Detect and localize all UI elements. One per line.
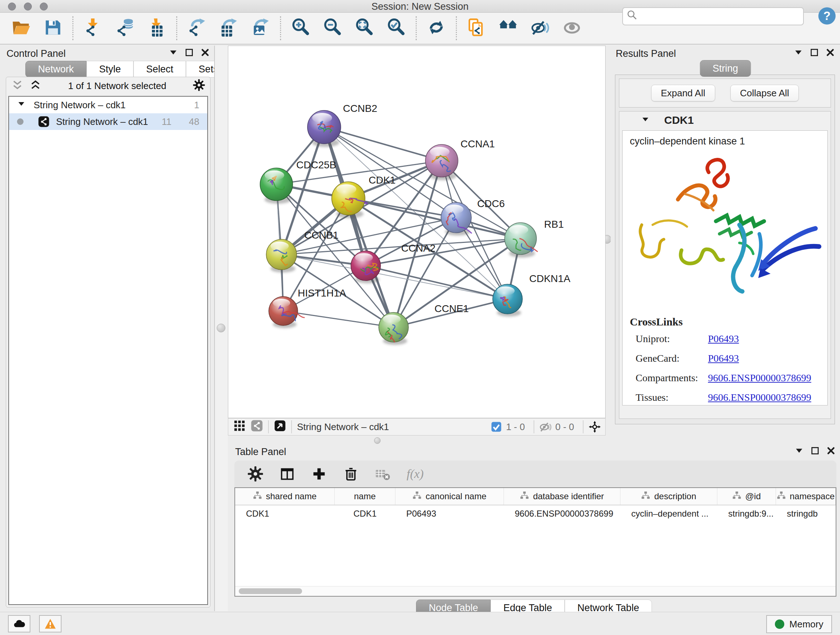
panel-dropdown-icon[interactable]: [794, 48, 803, 60]
column-header-canonical-name[interactable]: canonical name: [395, 488, 504, 505]
toolbar-button-import-network-file[interactable]: [83, 18, 103, 38]
tab-network[interactable]: Network: [25, 61, 87, 78]
help-button[interactable]: ?: [818, 6, 836, 25]
crosslink-label: Compartments:: [636, 372, 708, 384]
network-edge[interactable]: [366, 239, 521, 266]
crosslink-value-link[interactable]: P06493: [708, 333, 739, 345]
hidden-eye-icon[interactable]: [539, 421, 552, 433]
network-node-CCNA1[interactable]: [425, 144, 458, 177]
toolbar-button-import-table[interactable]: [147, 18, 167, 38]
network-node-CCNA2[interactable]: [351, 251, 381, 280]
birds-eye-view-icon[interactable]: [274, 420, 286, 434]
network-options-gear-icon[interactable]: [193, 79, 205, 93]
toolbar-button-zoom-fit[interactable]: [354, 18, 374, 38]
panel-close-icon[interactable]: [201, 48, 210, 60]
search-input[interactable]: [639, 11, 803, 22]
column-header-namespace[interactable]: namespace: [776, 488, 836, 505]
network-view-title: String Network – cdk1: [297, 421, 490, 432]
toolbar-button-refresh[interactable]: [426, 18, 447, 38]
tree-collapse-icon[interactable]: [17, 100, 26, 111]
toolbar-button-string-home[interactable]: [498, 18, 518, 38]
network-node-HIST1H1A[interactable]: [269, 296, 305, 325]
refresh-icon: [427, 18, 446, 38]
toolbar-button-show-results[interactable]: [562, 18, 582, 38]
left-splitter-grip[interactable]: [217, 324, 225, 333]
table-header-row: shared namenamecanonical namedatabase id…: [235, 488, 836, 505]
table-horizontal-scrollbar[interactable]: [235, 586, 836, 596]
crosslinks-heading: CrossLinks: [630, 316, 827, 328]
expand-all-networks-icon[interactable]: [29, 79, 42, 93]
network-node-CDC6[interactable]: [441, 203, 472, 233]
collapse-all-button[interactable]: Collapse All: [730, 85, 799, 101]
network-tree-root-row[interactable]: String Network – cdk1 1: [9, 97, 207, 113]
panel-close-icon[interactable]: [826, 446, 836, 458]
bottom-splitter-grip[interactable]: [374, 437, 381, 444]
crosslink-value-link[interactable]: P06493: [708, 353, 739, 364]
panel-float-icon[interactable]: [185, 48, 194, 60]
toolbar-button-string-import[interactable]: [466, 18, 486, 38]
network-graph[interactable]: CCNB2CCNA1CDC25BCDK1CDC6RB1CCNB1CCNA2CDK…: [228, 46, 605, 418]
toolbar-button-import-network-database[interactable]: [115, 18, 135, 38]
network-edge[interactable]: [283, 311, 393, 327]
panel-float-icon[interactable]: [810, 446, 820, 458]
crosslink-row: Compartments: 9606.ENSP00000378699: [636, 372, 827, 384]
expand-all-button[interactable]: Expand All: [651, 85, 715, 101]
panel-dropdown-icon[interactable]: [794, 446, 804, 458]
table-toolbar: f(x): [234, 461, 836, 487]
memory-button[interactable]: Memory: [766, 615, 832, 633]
network-node-CDK1[interactable]: [332, 182, 367, 215]
network-node-RB1[interactable]: [505, 223, 538, 255]
export-image-icon: [251, 18, 270, 38]
hidden-node-edge-counts: 0 - 0: [555, 421, 574, 432]
column-header-description[interactable]: description: [621, 488, 717, 505]
toolbar-button-export-image[interactable]: [250, 18, 271, 38]
table-gear-icon[interactable]: [248, 466, 264, 482]
scrollbar-thumb[interactable]: [239, 588, 302, 594]
grid-view-icon[interactable]: [233, 420, 246, 434]
toolbar-button-save-session[interactable]: [43, 18, 63, 38]
network-canvas[interactable]: CCNB2CCNA1CDC25BCDK1CDC6RB1CCNB1CCNA2CDK…: [228, 46, 606, 418]
node-table[interactable]: shared namenamecanonical namedatabase id…: [234, 487, 836, 597]
selected-checkbox-icon[interactable]: [490, 421, 502, 433]
toolbar-button-zoom-in[interactable]: [291, 18, 311, 38]
delete-column-icon[interactable]: [343, 466, 359, 482]
warnings-button[interactable]: [39, 615, 62, 632]
column-namespace-icon: [253, 491, 262, 502]
tab-select[interactable]: Select: [134, 61, 186, 78]
column-header-shared-name[interactable]: shared name: [235, 488, 335, 505]
add-column-icon[interactable]: [311, 466, 327, 482]
cloud-status-button[interactable]: [8, 615, 30, 632]
toolbar-button-export-table[interactable]: [218, 18, 239, 38]
show-columns-icon[interactable]: [279, 466, 295, 482]
network-tree-child-row[interactable]: String Network – cdk1 11 48: [9, 113, 207, 130]
network-node-CCNE1[interactable]: [379, 312, 409, 342]
control-panel-title: Control Panel: [6, 48, 66, 59]
toolbar-button-zoom-selected[interactable]: [386, 18, 406, 38]
table-row[interactable]: CDK1CDK1P064939606.ENSP00000378699cyclin…: [235, 505, 836, 522]
panel-close-icon[interactable]: [826, 48, 835, 60]
network-node-CCNB1[interactable]: [266, 239, 297, 270]
network-node-CDC25B[interactable]: [260, 168, 293, 201]
panel-dropdown-icon[interactable]: [169, 48, 178, 60]
toolbar-button-hide-results[interactable]: [530, 18, 550, 38]
network-node-CCNB2[interactable]: [308, 111, 341, 144]
column-header--id[interactable]: @id: [717, 488, 776, 505]
panel-float-icon[interactable]: [810, 48, 819, 60]
gene-collapse-icon[interactable]: [641, 115, 650, 125]
toolbar-button-export-network[interactable]: [187, 18, 207, 38]
column-namespace-icon: [641, 491, 651, 502]
node-label: CCNA1: [461, 138, 495, 149]
column-header-database-identifier[interactable]: database identifier: [504, 488, 621, 505]
crosslink-value-link[interactable]: 9606.ENSP00000378699: [708, 392, 811, 403]
crosshair-icon[interactable]: [589, 421, 601, 433]
network-edge[interactable]: [366, 266, 508, 299]
crosslink-value-link[interactable]: 9606.ENSP00000378699: [708, 372, 811, 384]
network-node-CDKN1A[interactable]: [493, 284, 523, 314]
toolbar-button-zoom-out[interactable]: [322, 18, 343, 38]
tab-style[interactable]: Style: [87, 61, 134, 78]
column-header-name[interactable]: name: [335, 488, 395, 505]
string-share-icon[interactable]: [251, 420, 263, 434]
tab-string[interactable]: String: [700, 60, 751, 77]
toolbar-button-open-session[interactable]: [11, 18, 31, 38]
collapse-all-networks-icon[interactable]: [11, 79, 24, 93]
